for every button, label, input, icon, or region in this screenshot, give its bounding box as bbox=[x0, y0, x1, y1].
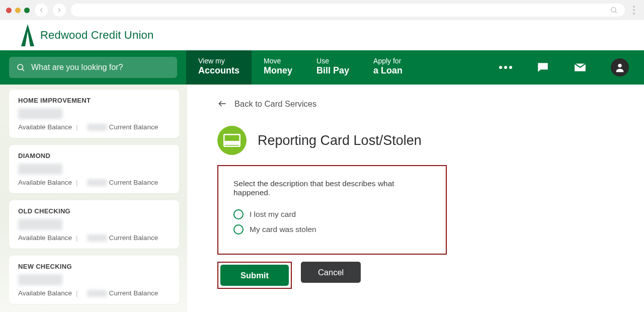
browser-menu-icon[interactable] bbox=[630, 6, 638, 15]
search-placeholder: What are you looking for? bbox=[31, 63, 123, 72]
window-controls bbox=[6, 8, 30, 13]
brand-header: Redwood Credit Union bbox=[0, 20, 644, 50]
address-bar[interactable] bbox=[71, 4, 625, 17]
primary-nav: What are you looking for? View my Accoun… bbox=[0, 50, 644, 85]
minimize-window-icon[interactable] bbox=[15, 8, 21, 13]
account-title: NEW CHECKING bbox=[18, 263, 170, 270]
back-link-label: Back to Card Services bbox=[234, 99, 316, 109]
account-card[interactable]: OLD CHECKING Available Balance|Current B… bbox=[9, 200, 179, 249]
account-title: DIAMOND bbox=[18, 152, 170, 160]
account-card[interactable]: HOME IMPROVEMENT Available Balance|Curre… bbox=[9, 90, 179, 138]
svg-point-4 bbox=[618, 64, 621, 67]
radio-label: I lost my card bbox=[250, 210, 296, 219]
main-content: Back to Card Services Reporting Card Los… bbox=[187, 85, 644, 312]
svg-rect-7 bbox=[224, 141, 240, 145]
search-input[interactable]: What are you looking for? bbox=[9, 57, 177, 78]
reason-radio-group: I lost my card My card was stolen bbox=[233, 209, 431, 235]
radio-icon bbox=[233, 224, 244, 235]
form-highlight-box: Select the description that best describ… bbox=[217, 165, 447, 255]
more-icon[interactable] bbox=[499, 66, 512, 69]
arrow-left-icon bbox=[217, 99, 227, 109]
redacted-amount bbox=[18, 164, 62, 175]
redacted-amount bbox=[18, 219, 62, 230]
radio-option-lost[interactable]: I lost my card bbox=[233, 209, 431, 219]
account-card[interactable]: DIAMOND Available Balance|Current Balanc… bbox=[9, 145, 179, 193]
chat-icon[interactable] bbox=[536, 61, 549, 74]
browser-chrome bbox=[0, 0, 644, 20]
profile-avatar[interactable] bbox=[611, 58, 629, 76]
nav-item-bill-pay[interactable]: Use Bill Pay bbox=[304, 50, 361, 85]
balance-line: Available Balance|Current Balance bbox=[18, 123, 170, 131]
svg-line-3 bbox=[22, 69, 24, 70]
brand-logo-icon bbox=[20, 24, 35, 46]
submit-button[interactable]: Submit bbox=[220, 265, 289, 286]
form-prompt: Select the description that best describ… bbox=[233, 179, 431, 197]
balance-line: Available Balance|Current Balance bbox=[18, 289, 170, 297]
close-window-icon[interactable] bbox=[6, 8, 12, 13]
mail-icon[interactable] bbox=[574, 61, 587, 74]
submit-highlight-box: Submit bbox=[217, 262, 292, 289]
radio-icon bbox=[233, 209, 244, 219]
radio-label: My card was stolen bbox=[250, 225, 316, 234]
search-icon bbox=[610, 6, 618, 14]
brand-name: Redwood Credit Union bbox=[40, 29, 153, 42]
cancel-button[interactable]: Cancel bbox=[301, 262, 361, 283]
page-title: Reporting Card Lost/Stolen bbox=[258, 133, 422, 148]
redacted-amount bbox=[18, 108, 62, 119]
card-badge-icon bbox=[217, 126, 247, 155]
account-card[interactable]: NEW CHECKING Available Balance|Current B… bbox=[9, 256, 179, 304]
svg-line-1 bbox=[615, 12, 617, 13]
svg-point-0 bbox=[611, 8, 616, 12]
balance-line: Available Balance|Current Balance bbox=[18, 234, 170, 242]
search-icon bbox=[16, 63, 25, 72]
svg-point-2 bbox=[18, 64, 23, 70]
radio-option-stolen[interactable]: My card was stolen bbox=[233, 224, 431, 235]
forward-button[interactable] bbox=[53, 4, 66, 17]
nav-item-apply-loan[interactable]: Apply for a Loan bbox=[361, 50, 415, 85]
nav-item-accounts[interactable]: View my Accounts bbox=[186, 50, 252, 85]
back-button[interactable] bbox=[35, 4, 48, 17]
account-title: HOME IMPROVEMENT bbox=[18, 97, 170, 104]
balance-line: Available Balance|Current Balance bbox=[18, 179, 170, 186]
back-to-card-services-link[interactable]: Back to Card Services bbox=[217, 99, 644, 109]
nav-item-move-money[interactable]: Move Money bbox=[252, 50, 304, 85]
redacted-amount bbox=[18, 274, 62, 285]
account-title: OLD CHECKING bbox=[18, 207, 170, 215]
maximize-window-icon[interactable] bbox=[24, 8, 30, 13]
accounts-sidebar: HOME IMPROVEMENT Available Balance|Curre… bbox=[0, 85, 187, 312]
person-icon bbox=[614, 62, 625, 73]
